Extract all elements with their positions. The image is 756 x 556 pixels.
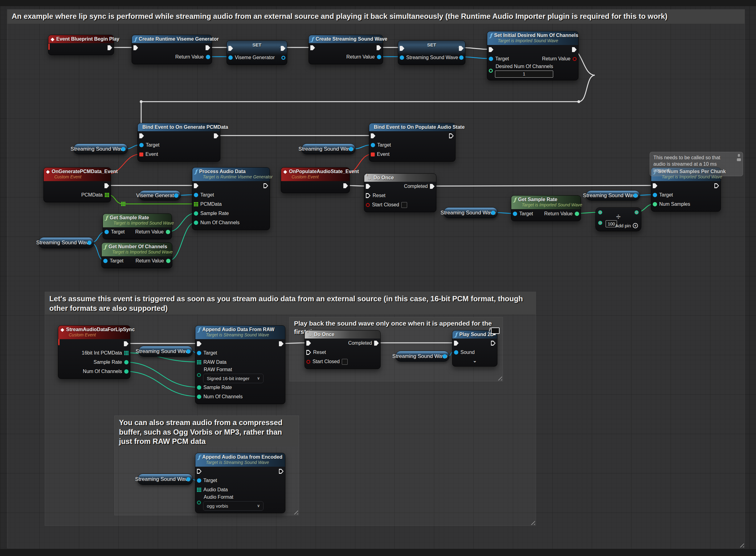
array-pin[interactable] bbox=[124, 351, 129, 355]
green-pin[interactable] bbox=[489, 69, 493, 73]
node-create-streaming-sound-wave[interactable]: ƒCreate Streaming Sound WaveReturn Value bbox=[308, 35, 383, 64]
array-pin[interactable] bbox=[197, 360, 201, 364]
reroute-dot[interactable] bbox=[140, 100, 143, 103]
obj-pin[interactable] bbox=[454, 350, 458, 354]
node-on-generate-pcmdata-event[interactable]: ◈OnGeneratePCMData_EventCustom EventPCMD… bbox=[43, 167, 111, 202]
node-append-audio-data-from-encoded[interactable]: ƒAppend Audio Data from EncodedTarget is… bbox=[195, 453, 285, 513]
node-do-once-2[interactable]: →1Do OnceCompletedResetStart Closed bbox=[304, 330, 381, 369]
node-event-begin-play[interactable]: ◈Event Blueprint Begin Play bbox=[48, 35, 114, 55]
enum-pin[interactable] bbox=[197, 373, 201, 377]
obj-pin[interactable] bbox=[349, 147, 353, 151]
exec-pin[interactable] bbox=[491, 341, 496, 346]
exec-pin[interactable] bbox=[139, 133, 144, 138]
teal-pin[interactable] bbox=[194, 211, 198, 216]
teal-pin[interactable] bbox=[194, 220, 198, 225]
node-header[interactable]: ƒAppend Audio Data From RAWTarget is Str… bbox=[195, 325, 285, 339]
bool-pin[interactable] bbox=[306, 360, 310, 364]
node-header[interactable]: ƒProcess Audio DataTarget is Runtime Vis… bbox=[192, 168, 270, 181]
obj-pin[interactable] bbox=[377, 55, 381, 59]
obj-pin[interactable] bbox=[194, 193, 198, 197]
obj-pin[interactable] bbox=[87, 241, 92, 245]
obj-pin[interactable] bbox=[197, 351, 201, 355]
obj-pin[interactable] bbox=[489, 57, 493, 61]
variable-get-pill[interactable]: Streaming Sound Wave bbox=[137, 474, 193, 485]
exec-pin[interactable] bbox=[430, 184, 434, 189]
variable-get-pill[interactable]: Streaming Sound Wave bbox=[138, 346, 193, 357]
value-input[interactable]: 1 bbox=[495, 71, 553, 78]
obj-pin[interactable] bbox=[186, 477, 191, 482]
obj-pin[interactable] bbox=[491, 211, 495, 215]
node-header[interactable]: ◈OnGeneratePCMData_EventCustom Event bbox=[44, 168, 111, 181]
obj-pin[interactable] bbox=[633, 194, 638, 198]
variable-get-pill[interactable]: Streaming Sound Wave bbox=[301, 143, 356, 154]
node-header[interactable]: ƒCreate Streaming Sound Wave bbox=[309, 35, 383, 43]
obj-pin[interactable] bbox=[459, 56, 463, 60]
node-set-streaming-sound-wave[interactable]: SETStreaming Sound Wave bbox=[398, 40, 465, 65]
obj-pin[interactable] bbox=[206, 55, 210, 59]
exec-pin[interactable] bbox=[104, 183, 109, 188]
variable-get-pill[interactable]: Streaming Sound Wave bbox=[73, 143, 128, 154]
bool-pin[interactable] bbox=[572, 57, 577, 61]
reroute-grid-icon[interactable] bbox=[123, 205, 124, 206]
enum-pin[interactable] bbox=[197, 500, 201, 505]
checkbox[interactable] bbox=[342, 359, 348, 365]
teal-pin[interactable] bbox=[197, 385, 201, 390]
variable-get-pill[interactable]: Streaming Sound Wave bbox=[395, 351, 449, 361]
teal-pin[interactable] bbox=[124, 369, 129, 374]
exec-pin[interactable] bbox=[279, 341, 284, 346]
exec-pin[interactable] bbox=[400, 46, 404, 51]
variable-get-pill[interactable]: Streaming Sound Wave bbox=[586, 190, 640, 201]
exec-pin[interactable] bbox=[459, 46, 463, 51]
obj-pin[interactable] bbox=[400, 56, 404, 60]
teal-pin[interactable] bbox=[124, 360, 129, 364]
obj-pin[interactable] bbox=[174, 194, 178, 198]
node-create-runtime-viseme-generator[interactable]: ƒCreate Runtime Viseme GeneratorReturn V… bbox=[132, 35, 212, 64]
node-process-audio-data[interactable]: ƒProcess Audio DataTarget is Runtime Vis… bbox=[192, 167, 270, 230]
node-get-number-of-channels[interactable]: ƒGet Number Of ChannelsTarget is Importe… bbox=[101, 242, 172, 268]
exec-pin[interactable] bbox=[366, 193, 370, 198]
obj-pin[interactable] bbox=[228, 56, 233, 60]
obj-pin[interactable] bbox=[197, 478, 201, 483]
obj-pin[interactable] bbox=[371, 143, 375, 147]
array-pin[interactable] bbox=[105, 193, 109, 197]
exec-pin[interactable] bbox=[572, 47, 577, 52]
node-bind-event-to-on-populate-audio-state[interactable]: Bind Event to On Populate Audio StateTar… bbox=[369, 123, 456, 162]
exec-pin[interactable] bbox=[449, 133, 454, 138]
node-header[interactable]: ƒAppend Audio Data from EncodedTarget is… bbox=[195, 453, 285, 467]
exec-pin[interactable] bbox=[197, 341, 202, 346]
exec-pin[interactable] bbox=[133, 45, 138, 50]
exec-pin[interactable] bbox=[454, 341, 459, 346]
variable-get-pill[interactable]: Streaming Sound Wave bbox=[38, 237, 94, 248]
output-pin[interactable] bbox=[634, 210, 638, 214]
reroute-grid-icon[interactable] bbox=[123, 203, 124, 205]
exec-pin[interactable] bbox=[374, 341, 379, 346]
exec-pin[interactable] bbox=[306, 350, 311, 355]
variable-get-pill[interactable]: Streaming Sound Wave bbox=[443, 207, 498, 218]
array-pin[interactable] bbox=[194, 202, 198, 206]
note-bubble[interactable]: This needs to be called so that audio is… bbox=[650, 152, 743, 176]
exec-pin[interactable] bbox=[306, 341, 311, 346]
add-pin-button[interactable]: Add pin+ bbox=[615, 223, 638, 228]
reroute-grid-icon[interactable] bbox=[124, 203, 125, 205]
input-pin[interactable] bbox=[598, 210, 602, 214]
chevron-down-icon[interactable]: ⌄ bbox=[454, 359, 496, 362]
obj-pin[interactable] bbox=[513, 212, 517, 216]
node-header[interactable]: ƒGet Sample RateTarget is Imported Sound… bbox=[103, 214, 172, 227]
exec-pin[interactable] bbox=[281, 46, 285, 51]
exec-pin[interactable] bbox=[371, 133, 375, 138]
reroute-grid-icon[interactable] bbox=[124, 202, 125, 203]
node-play-sound-2d[interactable]: ƒPlay Sound 2DSound⌄ bbox=[452, 330, 497, 367]
exec-pin[interactable] bbox=[264, 183, 268, 188]
reroute-grid-icon[interactable] bbox=[123, 202, 124, 203]
node-header[interactable]: ƒGet Number Of ChannelsTarget is Importe… bbox=[102, 243, 172, 256]
exec-pin[interactable] bbox=[124, 341, 129, 346]
reroute-grid-icon[interactable] bbox=[121, 203, 122, 205]
divide-node[interactable]: ÷100Add pin+ bbox=[595, 207, 642, 231]
obj-pin[interactable] bbox=[282, 56, 285, 60]
green-pin[interactable] bbox=[166, 259, 170, 263]
green-pin[interactable] bbox=[575, 212, 579, 216]
obj-pin[interactable] bbox=[442, 354, 447, 358]
node-header[interactable]: Bind Event to On Generate PCMData bbox=[138, 123, 220, 131]
comment-bubble-icon[interactable] bbox=[737, 158, 741, 161]
reroute-grid-icon[interactable] bbox=[121, 202, 122, 203]
